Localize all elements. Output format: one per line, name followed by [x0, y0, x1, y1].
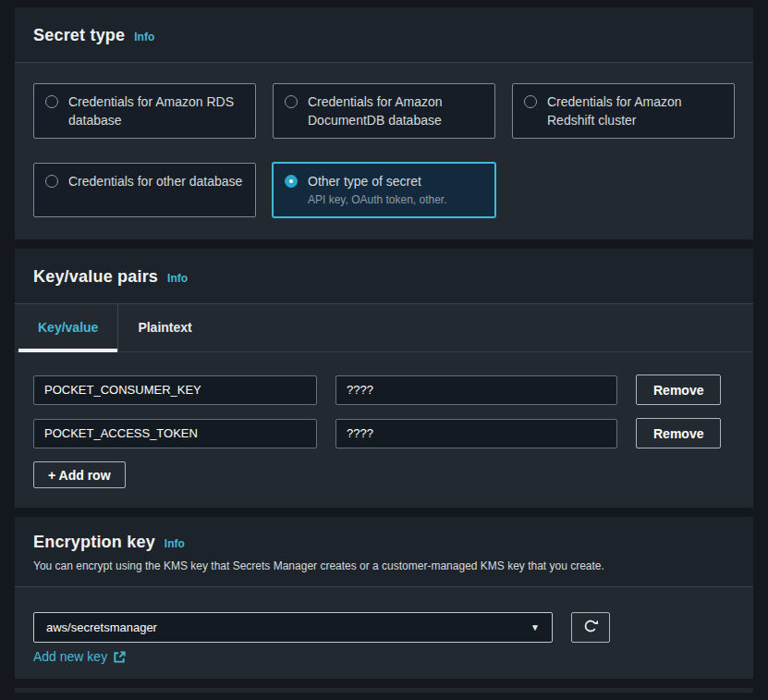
- option-title: Other type of secret: [308, 174, 421, 189]
- kv-row: Remove: [33, 375, 735, 405]
- encryption-key-body: aws/secretsmanager ▼ Add new key: [15, 587, 753, 679]
- tab-plaintext[interactable]: Plaintext: [117, 304, 211, 351]
- encryption-key-info-link[interactable]: Info: [165, 537, 185, 550]
- add-new-key-link[interactable]: Add new key: [33, 649, 107, 664]
- chevron-down-icon: ▼: [530, 622, 540, 632]
- option-label: Credentials for Amazon DocumentDB databa…: [308, 92, 483, 129]
- secret-type-title: Secret type: [33, 26, 125, 45]
- secret-type-header: Secret type Info: [15, 7, 753, 63]
- kms-key-select[interactable]: aws/secretsmanager ▼: [33, 612, 553, 643]
- secret-type-section: Secret type Info Credentials for Amazon …: [15, 7, 753, 239]
- radio-icon[interactable]: [524, 95, 537, 108]
- kv-row: Remove: [33, 418, 735, 448]
- key-value-header: Key/value pairs Info: [15, 249, 753, 304]
- radio-icon[interactable]: [285, 95, 298, 108]
- key-value-tabs: Key/value Plaintext: [15, 304, 753, 352]
- key-value-pairs-section: Key/value pairs Info Key/value Plaintext…: [15, 249, 753, 508]
- external-link-icon: [113, 650, 127, 664]
- kms-key-selected-value: aws/secretsmanager: [46, 620, 157, 634]
- option-other-secret-selected[interactable]: Other type of secret API key, OAuth toke…: [273, 163, 495, 217]
- option-label: Credentials for Amazon Redshift cluster: [547, 92, 723, 129]
- secret-type-body: Credentials for Amazon RDS database Cred…: [15, 63, 753, 239]
- next-section-edge: [15, 688, 753, 693]
- encryption-key-description: You can encrypt using the KMS key that S…: [33, 559, 735, 573]
- option-description: API key, OAuth token, other.: [308, 192, 447, 208]
- value-input[interactable]: [335, 375, 617, 405]
- key-value-body: Remove Remove + Add row: [15, 352, 753, 508]
- radio-checked-icon[interactable]: [285, 175, 298, 188]
- option-redshift[interactable]: Credentials for Amazon Redshift cluster: [512, 83, 735, 139]
- encryption-key-section: Encryption key Info You can encrypt usin…: [15, 517, 753, 679]
- remove-row-button[interactable]: Remove: [636, 375, 721, 405]
- remove-row-button[interactable]: Remove: [636, 418, 721, 448]
- radio-icon[interactable]: [45, 175, 58, 188]
- option-documentdb[interactable]: Credentials for Amazon DocumentDB databa…: [273, 83, 495, 139]
- option-label: Credentials for other database: [68, 172, 242, 190]
- option-other-database[interactable]: Credentials for other database: [33, 163, 256, 217]
- value-input[interactable]: [335, 419, 617, 448]
- key-input[interactable]: [33, 419, 317, 448]
- key-value-title: Key/value pairs: [33, 267, 158, 287]
- option-label: Other type of secret API key, OAuth toke…: [308, 172, 447, 208]
- key-input[interactable]: [33, 375, 317, 405]
- key-value-info-link[interactable]: Info: [167, 272, 188, 285]
- create-secret-page: Secret type Info Credentials for Amazon …: [0, 0, 768, 693]
- refresh-icon: [582, 618, 599, 637]
- secret-type-info-link[interactable]: Info: [134, 31, 154, 43]
- encryption-key-title: Encryption key: [33, 533, 155, 552]
- option-rds[interactable]: Credentials for Amazon RDS database: [33, 83, 256, 139]
- tab-key-value[interactable]: Key/value: [18, 304, 117, 351]
- encryption-key-header: Encryption key Info You can encrypt usin…: [15, 517, 753, 587]
- add-row-button[interactable]: + Add row: [33, 461, 126, 488]
- option-label: Credentials for Amazon RDS database: [68, 92, 244, 129]
- secret-type-options: Credentials for Amazon RDS database Cred…: [33, 83, 735, 217]
- radio-icon[interactable]: [45, 95, 58, 108]
- refresh-keys-button[interactable]: [571, 612, 610, 643]
